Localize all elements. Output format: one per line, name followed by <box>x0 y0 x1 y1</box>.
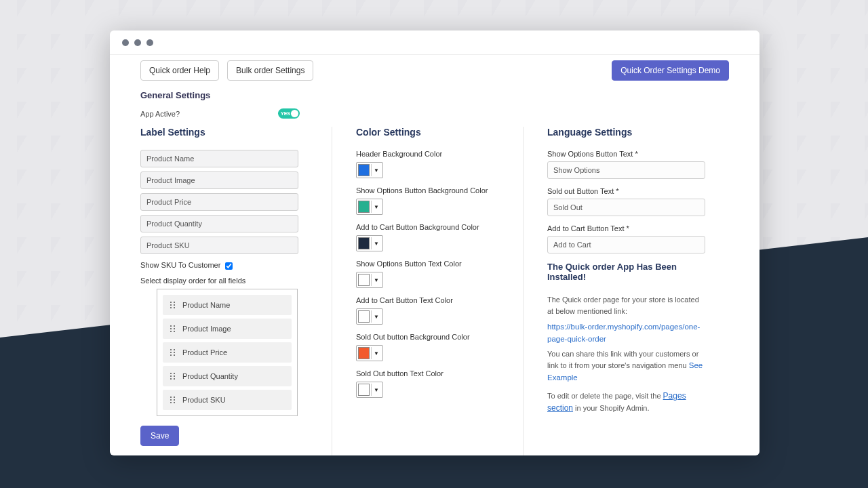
color-label: Sold Out button Text Color <box>356 369 499 378</box>
lang-label: Show Options Button Text * <box>547 150 705 158</box>
show-sku-row: Show SKU To Customer <box>140 261 308 270</box>
sortable-item-label: Product Image <box>182 325 231 333</box>
sortable-list: Product Name Product Image Product Price… <box>157 289 298 416</box>
label-product-image-input[interactable] <box>140 171 298 189</box>
chevron-down-icon: ▼ <box>371 347 381 359</box>
color-swatch <box>358 384 370 396</box>
general-settings-heading: General Settings <box>140 90 729 100</box>
quick-order-help-button[interactable]: Quick order Help <box>140 60 219 81</box>
sortable-item-label: Product SKU <box>182 396 226 404</box>
color-label: Sold Out button Background Color <box>356 333 499 341</box>
sold-out-text-color-picker[interactable]: ▼ <box>356 382 383 398</box>
show-options-text-color-picker[interactable]: ▼ <box>356 272 383 288</box>
app-window: Quick order Help Bulk order Settings Qui… <box>110 30 760 455</box>
chevron-down-icon: ▼ <box>371 274 381 286</box>
add-to-cart-bg-color-picker[interactable]: ▼ <box>356 235 383 251</box>
drag-handle-icon[interactable] <box>170 372 176 380</box>
quick-order-demo-button[interactable]: Quick Order Settings Demo <box>612 60 729 81</box>
window-titlebar <box>110 30 760 55</box>
chevron-down-icon: ▼ <box>371 237 381 249</box>
color-label: Show Options Button Background Color <box>356 186 499 195</box>
window-dot <box>146 39 153 46</box>
sortable-item-label: Product Name <box>182 301 230 309</box>
lang-label: Sold out Button Text * <box>547 187 705 195</box>
content-area: General Settings App Active? YES Label S… <box>110 86 760 455</box>
chevron-down-icon: ▼ <box>371 384 381 396</box>
bulk-order-settings-button[interactable]: Bulk order Settings <box>227 60 313 81</box>
app-active-toggle[interactable]: YES <box>278 108 300 119</box>
display-order-label: Select display order for all fields <box>140 277 308 285</box>
drag-handle-icon[interactable] <box>170 325 176 333</box>
label-product-quantity-input[interactable] <box>140 215 298 232</box>
sortable-item-label: Product Quantity <box>182 372 238 380</box>
info-text: You can share this link with your custom… <box>547 348 705 384</box>
installed-title: The Quick order App Has Been Installed! <box>547 262 705 282</box>
sortable-item-label: Product Price <box>182 348 227 357</box>
color-swatch <box>358 274 370 286</box>
window-dot <box>122 39 129 46</box>
color-swatch <box>358 347 370 359</box>
info-span: To edit or delete the page, visit the <box>547 392 663 400</box>
color-swatch <box>358 164 370 176</box>
sold-out-bg-color-picker[interactable]: ▼ <box>356 345 383 361</box>
label-settings-title: Label Settings <box>140 127 308 138</box>
color-label: Show Options Button Text Color <box>356 260 499 268</box>
info-span: in your Shopify Admin. <box>573 404 650 412</box>
color-settings-column: Color Settings Header Background Color ▼… <box>332 127 523 455</box>
label-product-sku-input[interactable] <box>140 237 298 254</box>
color-swatch <box>358 310 370 323</box>
sortable-item[interactable]: Product Image <box>163 319 292 339</box>
color-label: Add to Cart Button Text Color <box>356 296 499 304</box>
show-sku-label: Show SKU To Customer <box>140 261 220 269</box>
sortable-item[interactable]: Product SKU <box>163 390 292 410</box>
language-settings-title: Language Settings <box>547 127 705 138</box>
drag-handle-icon[interactable] <box>170 301 176 309</box>
label-product-price-input[interactable] <box>140 193 298 211</box>
color-swatch <box>358 237 370 249</box>
info-text: To edit or delete the page, visit the Pa… <box>547 390 705 415</box>
color-swatch <box>358 201 370 213</box>
app-active-label: App Active? <box>140 110 180 118</box>
sortable-item[interactable]: Product Price <box>163 342 292 363</box>
lang-label: Add to Cart Button Text * <box>547 224 705 232</box>
color-label: Add to Cart Button Background Color <box>356 223 499 231</box>
drag-handle-icon[interactable] <box>170 348 176 357</box>
language-settings-column: Language Settings Show Options Button Te… <box>523 127 729 455</box>
header-bg-color-picker[interactable]: ▼ <box>356 162 383 178</box>
top-toolbar: Quick order Help Bulk order Settings Qui… <box>110 55 760 86</box>
window-dot <box>134 39 141 46</box>
show-options-text-input[interactable] <box>547 161 705 179</box>
app-active-row: App Active? YES <box>140 108 300 119</box>
sortable-item[interactable]: Product Name <box>163 295 292 315</box>
quick-order-page-link[interactable]: https://bulk-order.myshopify.com/pages/o… <box>547 323 700 343</box>
sold-out-text-input[interactable] <box>547 199 705 216</box>
show-options-bg-color-picker[interactable]: ▼ <box>356 199 383 215</box>
add-to-cart-text-color-picker[interactable]: ▼ <box>356 308 383 325</box>
info-text: The Quick order page for your store is l… <box>547 294 705 317</box>
chevron-down-icon: ▼ <box>371 201 381 213</box>
label-settings-column: Label Settings Show SKU To Customer Sele… <box>140 127 332 455</box>
show-sku-checkbox[interactable] <box>225 262 233 270</box>
add-to-cart-text-input[interactable] <box>547 236 705 253</box>
save-button[interactable]: Save <box>140 426 179 446</box>
drag-handle-icon[interactable] <box>170 396 176 404</box>
chevron-down-icon: ▼ <box>371 164 381 176</box>
color-label: Header Background Color <box>356 150 499 158</box>
color-settings-title: Color Settings <box>356 127 499 138</box>
label-product-name-input[interactable] <box>140 150 298 167</box>
chevron-down-icon: ▼ <box>371 310 381 323</box>
sortable-item[interactable]: Product Quantity <box>163 366 292 386</box>
info-span: You can share this link with your custom… <box>547 350 698 369</box>
